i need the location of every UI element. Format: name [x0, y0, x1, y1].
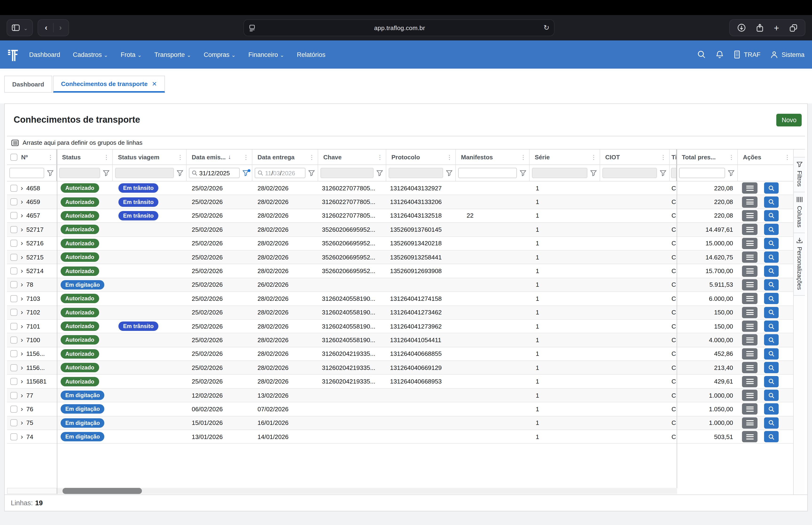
row-checkbox[interactable] [10, 212, 17, 219]
row-view-button[interactable] [764, 431, 779, 442]
search-icon[interactable] [698, 50, 706, 59]
column-header-status[interactable]: Status⋮ [57, 149, 113, 165]
row-view-button[interactable] [764, 417, 779, 429]
row-view-button[interactable] [764, 348, 779, 360]
table-row[interactable]: › 77 Em digitação 12/02/2026 13/02/2026 … [7, 389, 793, 403]
column-header-status-viagem[interactable]: Status viagem⋮ [113, 149, 186, 165]
row-menu-button[interactable] [742, 404, 757, 415]
row-checkbox[interactable] [10, 198, 17, 205]
data-emissao-filter-input[interactable]: 31/12/2025 [189, 168, 240, 178]
table-row[interactable]: › 52715 Autorizado 25/02/2026 28/02/2026… [7, 251, 793, 265]
page-settings-icon[interactable] [249, 24, 256, 31]
table-row[interactable]: › 78 Em digitação 25/02/2026 26/02/2026 … [7, 278, 793, 292]
row-view-button[interactable] [764, 238, 779, 249]
row-checkbox[interactable] [10, 240, 17, 247]
row-expand-chevron[interactable]: › [21, 349, 23, 357]
column-header-total[interactable]: Total pres...⋮ [677, 149, 738, 165]
row-menu-button[interactable] [742, 334, 757, 346]
table-row[interactable]: › 4657 Autorizado Em trânsito 25/02/2026… [7, 209, 793, 223]
table-row[interactable]: › 74 Em digitação 13/01/2026 14/01/2026 … [7, 430, 793, 444]
row-menu-button[interactable] [742, 417, 757, 429]
select-all-checkbox[interactable] [10, 153, 17, 161]
row-menu-button[interactable] [742, 348, 757, 360]
row-view-button[interactable] [764, 182, 779, 194]
row-checkbox[interactable] [10, 378, 17, 385]
nav-item-compras[interactable]: Compras ⌄ [204, 51, 236, 58]
column-header-serie[interactable]: Série⋮ [530, 149, 600, 165]
row-view-button[interactable] [764, 252, 779, 263]
row-expand-chevron[interactable]: › [21, 405, 23, 412]
share-icon[interactable] [756, 24, 764, 32]
nav-item-frota[interactable]: Frota ⌄ [121, 51, 142, 58]
nav-item-relatórios[interactable]: Relatórios [297, 51, 326, 58]
row-menu-button[interactable] [742, 320, 757, 332]
funnel-icon[interactable] [520, 170, 526, 176]
column-menu-icon[interactable]: ⋮ [784, 153, 791, 161]
table-row[interactable]: › 7103 Autorizado 25/02/2026 28/02/2026 … [7, 292, 793, 306]
funnel-icon[interactable] [308, 170, 315, 176]
row-menu-button[interactable] [742, 252, 757, 263]
row-view-button[interactable] [764, 334, 779, 346]
tab-dashboard[interactable]: Dashboard [4, 76, 52, 93]
row-menu-button[interactable] [742, 265, 757, 276]
close-icon[interactable]: ✕ [152, 80, 157, 87]
tab-overview-icon[interactable] [790, 24, 797, 32]
row-checkbox[interactable] [10, 392, 17, 399]
novo-button[interactable]: Novo [777, 114, 802, 126]
row-expand-chevron[interactable]: › [21, 363, 23, 371]
row-menu-button[interactable] [742, 210, 757, 221]
forward-button[interactable]: › [57, 23, 64, 32]
row-menu-button[interactable] [742, 224, 757, 235]
column-header-tipo[interactable]: Ti [670, 149, 677, 165]
row-checkbox[interactable] [10, 254, 17, 260]
nav-item-cadastros[interactable]: Cadastros ⌄ [73, 51, 108, 58]
row-menu-button[interactable] [742, 431, 757, 442]
column-menu-icon[interactable]: ⋮ [177, 153, 183, 161]
column-header-acoes[interactable]: Ações⋮ [738, 149, 793, 165]
total-filter-input[interactable] [679, 168, 725, 178]
manifestos-filter-input[interactable] [458, 168, 517, 178]
column-menu-icon[interactable]: ⋮ [446, 153, 453, 161]
row-checkbox[interactable] [10, 226, 17, 233]
table-row[interactable]: › 75 Em digitação 15/01/2026 16/01/2026 … [7, 416, 793, 430]
funnel-icon[interactable] [377, 170, 383, 176]
scrollbar-track[interactable] [57, 487, 677, 494]
row-expand-chevron[interactable]: › [21, 294, 23, 302]
row-expand-chevron[interactable]: › [21, 432, 23, 440]
numero-filter-input[interactable] [10, 168, 44, 178]
row-expand-chevron[interactable]: › [21, 322, 23, 330]
funnel-icon[interactable] [177, 170, 183, 176]
table-row[interactable]: › 7101 Autorizado Em trânsito 25/02/2026… [7, 320, 793, 333]
table-row[interactable]: › 52714 Autorizado 25/02/2026 28/02/2026… [7, 265, 793, 278]
row-view-button[interactable] [764, 293, 779, 304]
row-menu-button[interactable] [742, 293, 757, 304]
row-expand-chevron[interactable]: › [21, 377, 23, 385]
row-menu-button[interactable] [742, 238, 757, 249]
row-view-button[interactable] [764, 307, 779, 318]
row-expand-chevron[interactable]: › [21, 419, 23, 426]
row-checkbox[interactable] [10, 309, 17, 316]
row-menu-button[interactable] [742, 376, 757, 387]
row-checkbox[interactable] [10, 364, 17, 371]
downloads-icon[interactable] [737, 24, 746, 32]
traflog-logo[interactable] [7, 47, 21, 62]
row-menu-button[interactable] [742, 362, 757, 373]
column-header-data-entrega[interactable]: Data entrega⋮ [252, 149, 318, 165]
row-expand-chevron[interactable]: › [21, 253, 23, 260]
table-row[interactable]: › 7102 Autorizado 25/02/2026 28/02/2026 … [7, 306, 793, 320]
row-view-button[interactable] [764, 224, 779, 235]
row-view-button[interactable] [764, 390, 779, 401]
row-view-button[interactable] [764, 320, 779, 332]
row-checkbox[interactable] [10, 267, 17, 274]
row-expand-chevron[interactable]: › [21, 280, 23, 288]
table-row[interactable]: › 7100 Autorizado 25/02/2026 28/02/2026 … [7, 333, 793, 347]
column-header-ciot[interactable]: CIOT⋮ [600, 149, 670, 165]
user-menu[interactable]: Sistema [770, 50, 805, 59]
row-menu-button[interactable] [742, 182, 757, 194]
column-menu-icon[interactable]: ⋮ [520, 153, 526, 161]
table-row[interactable]: › 52716 Autorizado 25/02/2026 28/02/2026… [7, 237, 793, 251]
column-menu-icon[interactable]: ⋮ [591, 153, 597, 161]
reload-icon[interactable]: ↻ [543, 24, 549, 32]
table-row[interactable]: › 52717 Autorizado 25/02/2026 28/02/2026… [7, 223, 793, 237]
row-expand-chevron[interactable]: › [21, 197, 23, 205]
